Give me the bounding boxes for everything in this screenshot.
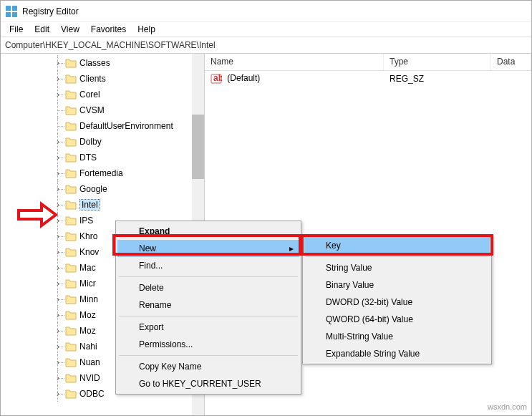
menu-new-string[interactable]: String Value	[304, 259, 490, 276]
menu-new-key[interactable]: Key	[304, 237, 490, 254]
context-menu-new: Key String Value Binary Value DWORD (32-…	[302, 235, 492, 364]
value-data	[491, 77, 531, 80]
tree-item-label: Clients	[79, 74, 106, 84]
menu-new-expandstring[interactable]: Expandable String Value	[304, 345, 490, 362]
svg-rect-2	[6, 12, 11, 17]
tree-item-label: Moz	[79, 310, 96, 320]
tree-item-label: Moz	[79, 326, 96, 336]
tree-item-label: Intel	[79, 199, 100, 211]
red-arrow-icon	[16, 201, 59, 230]
folder-icon	[65, 279, 77, 289]
folder-icon	[65, 263, 77, 273]
menubar: File Edit View Favorites Help	[1, 22, 531, 37]
titlebar: Registry Editor	[1, 1, 531, 22]
svg-rect-1	[12, 6, 17, 11]
list-header: Name Type Data	[205, 54, 531, 71]
menu-expand[interactable]: Expand	[117, 223, 299, 240]
column-name[interactable]: Name	[205, 54, 384, 70]
folder-icon	[65, 216, 77, 226]
menu-favorites[interactable]: Favorites	[85, 23, 132, 36]
expander-icon[interactable]: ›	[54, 248, 62, 256]
folder-icon	[65, 357, 77, 367]
folder-icon	[65, 184, 77, 194]
tree-item-label: DTS	[79, 153, 97, 163]
menu-edit[interactable]: Edit	[29, 23, 55, 36]
tree-item-label: Fortemedia	[79, 168, 123, 178]
folder-icon	[65, 200, 77, 210]
expander-icon[interactable]: ›	[54, 390, 62, 398]
menu-new-binary[interactable]: Binary Value	[304, 276, 490, 294]
menu-separator	[119, 355, 298, 356]
tree-item-label: Knov	[79, 247, 99, 257]
expander-icon[interactable]: ›	[54, 374, 62, 382]
menu-delete[interactable]: Delete	[117, 279, 299, 296]
tree-item-dts[interactable]: ›DTS	[1, 150, 204, 165]
folder-icon	[65, 90, 77, 100]
expander-icon[interactable]: ›	[54, 295, 62, 304]
tree-item-classes[interactable]: ›Classes	[1, 55, 204, 71]
tree-item-dolby[interactable]: ›Dolby	[1, 134, 204, 150]
menu-new[interactable]: New ▸	[117, 240, 299, 257]
expander-icon[interactable]: ›	[54, 358, 62, 367]
tree-item-label: DefaultUserEnvironment	[79, 121, 173, 131]
tree-item-label: Corel	[79, 90, 100, 100]
watermark: wsxdn.com	[488, 402, 527, 411]
folder-icon	[65, 373, 77, 383]
tree-item-corel[interactable]: ›Corel	[1, 87, 204, 102]
expander-icon[interactable]: ›	[54, 153, 62, 162]
context-menu-key: Expand New ▸ Find... Delete Rename Expor…	[115, 221, 301, 395]
menu-rename[interactable]: Rename	[117, 296, 299, 314]
expander-icon[interactable]: ›	[54, 90, 62, 99]
tree-item-cvsm[interactable]: CVSM	[1, 102, 204, 118]
expander-icon[interactable]: ›	[54, 59, 62, 67]
tree-item-label: CVSM	[79, 105, 105, 115]
folder-icon	[65, 310, 77, 320]
folder-icon	[65, 58, 77, 68]
folder-icon	[65, 74, 77, 84]
tree-item-label: ODBC	[79, 389, 105, 399]
tree-item-label: Micr	[79, 279, 96, 289]
menu-find[interactable]: Find...	[117, 257, 299, 274]
tree-item-label: IPS	[79, 216, 93, 226]
menu-new-qword[interactable]: QWORD (64-bit) Value	[304, 311, 490, 328]
tree-item-label: Nahi	[79, 342, 97, 352]
menu-new-multistring[interactable]: Multi-String Value	[304, 328, 490, 345]
address-path: Computer\HKEY_LOCAL_MACHINE\SOFTWARE\Int…	[5, 40, 216, 50]
expander-icon[interactable]: ›	[54, 137, 62, 146]
tree-item-label: Minn	[79, 294, 98, 304]
tree-scroll-thumb[interactable]	[192, 115, 204, 179]
menu-file[interactable]: File	[4, 23, 29, 36]
menu-permissions[interactable]: Permissions...	[117, 336, 299, 353]
menu-copy-key-name[interactable]: Copy Key Name	[117, 358, 299, 375]
tree-item-google[interactable]: ›Google	[1, 181, 204, 197]
address-bar[interactable]: Computer\HKEY_LOCAL_MACHINE\SOFTWARE\Int…	[1, 37, 531, 54]
menu-separator	[306, 256, 488, 257]
menu-view[interactable]: View	[55, 23, 85, 36]
tree-item-label: Classes	[79, 58, 110, 68]
tree-item-label: Mac	[79, 263, 96, 273]
expander-icon[interactable]: ›	[54, 279, 62, 288]
tree-item-fortemedia[interactable]: ›Fortemedia	[1, 165, 204, 181]
expander-icon[interactable]: ›	[54, 263, 62, 272]
list-row[interactable]: ab (Default) REG_SZ	[205, 71, 531, 87]
expander-icon[interactable]: ›	[54, 74, 62, 83]
tree-item-defaultuserenvironment[interactable]: DefaultUserEnvironment	[1, 118, 204, 134]
expander-icon[interactable]: ›	[54, 169, 62, 178]
folder-icon	[65, 326, 77, 336]
expander-icon[interactable]: ›	[54, 232, 62, 241]
tree-item-clients[interactable]: ›Clients	[1, 71, 204, 87]
column-type[interactable]: Type	[384, 54, 491, 70]
column-data[interactable]: Data	[491, 54, 531, 70]
menu-new-dword[interactable]: DWORD (32-bit) Value	[304, 294, 490, 311]
menu-help[interactable]: Help	[132, 23, 161, 36]
expander-icon[interactable]: ›	[54, 342, 62, 351]
expander-icon[interactable]: ›	[54, 185, 62, 193]
expander-icon[interactable]: ›	[54, 311, 62, 319]
expander-icon[interactable]: ›	[54, 326, 62, 335]
folder-icon	[65, 342, 77, 352]
menu-export[interactable]: Export	[117, 319, 299, 336]
tree-item-label: Dolby	[79, 137, 102, 147]
svg-rect-0	[6, 6, 11, 11]
menu-goto-hkcu[interactable]: Go to HKEY_CURRENT_USER	[117, 375, 299, 392]
folder-icon	[65, 294, 77, 304]
